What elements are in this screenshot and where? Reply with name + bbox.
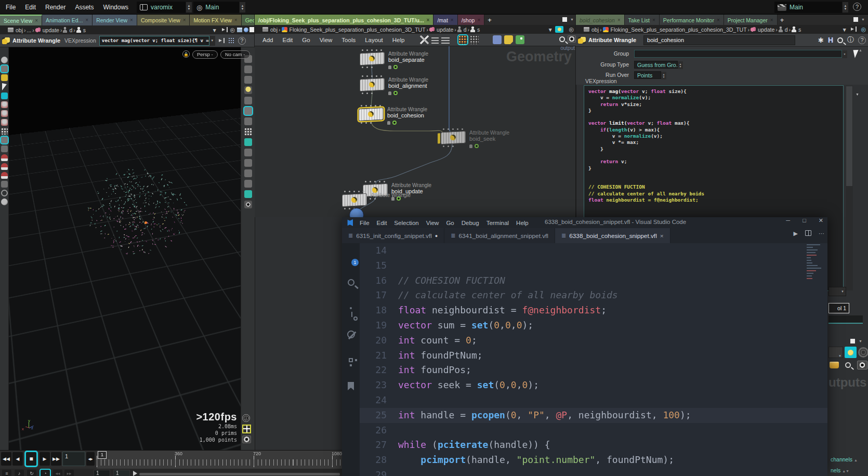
layout-icon[interactable] <box>244 180 252 188</box>
playbar-menu-icon[interactable]: ≡ <box>2 470 11 476</box>
menu-edit[interactable]: Edit <box>20 4 41 11</box>
param-search-icon[interactable] <box>837 37 843 43</box>
rotate-tool-icon[interactable] <box>1 110 8 117</box>
editor-line[interactable]: 29 <box>360 468 827 476</box>
persp-button[interactable]: Persp - <box>192 50 218 59</box>
sliver-maximize-icon[interactable] <box>850 339 855 343</box>
breadcrumb-item-d[interactable]: d <box>456 27 468 33</box>
menu-windows[interactable]: Windows <box>98 4 133 11</box>
node-name-field[interactable]: boid_cohesion <box>643 35 795 45</box>
node-outputs[interactable] <box>344 208 346 209</box>
node-outputs[interactable] <box>362 92 363 94</box>
menu-edit[interactable]: Edit <box>278 37 297 43</box>
editor-tab-6338-boid-cohesion-snippet-vfl[interactable]: ≣6338_boid_cohesion_snippet.vfl× <box>555 228 670 243</box>
hand-icon[interactable] <box>244 76 252 84</box>
close-icon[interactable]: ✕ <box>819 217 823 224</box>
tab-geometry-spr[interactable]: Geometry Spr...× <box>242 15 255 25</box>
node-outputs[interactable] <box>443 146 444 147</box>
editor-line[interactable]: 22int foundPos; <box>360 363 827 378</box>
breadcrumb-item-s[interactable]: s <box>469 27 481 33</box>
lock-icon[interactable] <box>469 144 472 148</box>
range-slider-handle[interactable] <box>133 471 137 476</box>
translate-tool-icon[interactable] <box>1 101 8 108</box>
editor-line[interactable]: 26 <box>360 423 827 438</box>
ext-icon[interactable] <box>342 347 360 373</box>
vscode-minimap[interactable] <box>807 244 825 291</box>
group-dropdown-icon[interactable]: ▼ <box>842 50 847 58</box>
scm-icon[interactable] <box>342 295 360 321</box>
breadcrumb-item-update[interactable]: update <box>428 27 454 33</box>
node-inputs[interactable] <box>362 75 363 77</box>
network-new-tab-button[interactable]: + <box>488 16 492 24</box>
timeshift-icon[interactable] <box>392 121 397 125</box>
node-inputs[interactable] <box>361 105 362 107</box>
basket-icon[interactable] <box>830 362 839 368</box>
editor-line[interactable]: 23vector seek = set(0,0,0); <box>360 378 827 393</box>
path-dropdown-icon[interactable]: ▼ <box>212 27 217 33</box>
tab-mat[interactable]: /mat× <box>433 15 457 25</box>
close-icon[interactable]: × <box>451 17 454 23</box>
go-to-end-button[interactable]: ▶▶ <box>51 452 61 466</box>
pin-icon[interactable] <box>221 27 228 32</box>
param-pane-menu-icon[interactable]: ▼ <box>861 18 865 21</box>
viewport-grid-toggle-icon[interactable] <box>242 425 251 433</box>
sliver-pane-controls[interactable]: ▼ <box>850 339 862 343</box>
network-corner-controls[interactable]: ▼ <box>562 17 574 22</box>
dot-icon[interactable] <box>244 128 252 136</box>
param-help-button[interactable]: ? <box>858 36 866 44</box>
visualizer-icon[interactable] <box>244 159 252 167</box>
sphere-icon[interactable] <box>244 28 248 32</box>
shot-spinner[interactable]: ▲▼ <box>843 2 848 12</box>
magnet-b-icon[interactable] <box>1 163 8 170</box>
water-icon[interactable] <box>244 190 252 198</box>
no-cam-button[interactable]: No cam - <box>220 50 250 59</box>
range-slider-track[interactable] <box>139 473 340 475</box>
close-icon[interactable]: × <box>183 17 186 23</box>
close-icon[interactable]: × <box>770 17 773 23</box>
channels-label-2[interactable]: nels ▲▼ <box>831 467 868 473</box>
view-tool-icon[interactable] <box>1 57 8 63</box>
param-ladder-icon[interactable] <box>228 37 234 44</box>
close-icon[interactable]: × <box>35 18 38 23</box>
step-fwd-icon[interactable]: ▸▸ <box>64 470 74 476</box>
net-path-dropdown-icon[interactable]: ▼ <box>548 27 553 33</box>
network-grid-on-icon[interactable] <box>458 35 467 44</box>
help-button[interactable]: ? <box>853 3 861 11</box>
text-abc-icon[interactable] <box>244 169 252 177</box>
playhead-marker[interactable]: 1 <box>98 451 107 459</box>
lock-icon[interactable] <box>1 92 8 99</box>
viewport-info-icon[interactable]: ⓘ <box>242 414 250 422</box>
editor-line[interactable]: 27while (pciterate(handle)) { <box>360 438 827 453</box>
tab-boid-cohesion[interactable]: boid_cohesion× <box>576 15 625 25</box>
node-boid-seek[interactable]: Attribute Wrangleboid_seek <box>441 131 466 144</box>
camera-tool-icon[interactable] <box>1 181 8 188</box>
close-icon[interactable]: × <box>717 17 720 23</box>
editor-line[interactable]: 20int count = 0; <box>360 333 827 348</box>
lock-icon[interactable] <box>387 121 390 125</box>
panel-icon[interactable] <box>493 35 502 44</box>
menu-selection[interactable]: Selection <box>390 220 422 226</box>
background-image-icon[interactable] <box>516 35 524 44</box>
node-outputs[interactable] <box>361 122 362 124</box>
tree-view-icon[interactable] <box>431 37 439 44</box>
modified-dot-icon[interactable]: ● <box>435 233 438 239</box>
play-button[interactable]: ▶ <box>40 452 50 466</box>
snapshot-icon[interactable] <box>244 117 252 125</box>
editor-line[interactable]: 17// calculate center of all nearby boid… <box>360 288 827 303</box>
flag-icon[interactable] <box>244 97 252 104</box>
desktop-spinner[interactable]: ▲▼ <box>186 2 192 12</box>
menu-edit[interactable]: Edit <box>373 220 391 226</box>
prev-frame-button[interactable]: ◀ <box>12 452 23 466</box>
audio-icon[interactable]: ♪ <box>15 470 24 476</box>
breadcrumb-item-obj[interactable]: obj <box>261 27 279 33</box>
sliver-search-icon[interactable] <box>845 362 851 368</box>
node-partial[interactable]: Attribute Wrangle <box>342 194 367 206</box>
magnet-c-icon[interactable] <box>1 172 8 179</box>
display-options-icon[interactable] <box>244 107 252 115</box>
breadcrumb-item-floking-seek-plus-separation-p[interactable]: Floking_Seek_plus_separation_plus_cohesi… <box>281 27 427 33</box>
lock-icon[interactable] <box>388 91 391 95</box>
particle-tool-icon[interactable] <box>1 128 8 135</box>
timeshift-icon[interactable] <box>475 144 479 148</box>
breadcrumb-item-obj[interactable]: obj <box>583 27 600 33</box>
magnet-a-icon[interactable] <box>1 154 8 161</box>
